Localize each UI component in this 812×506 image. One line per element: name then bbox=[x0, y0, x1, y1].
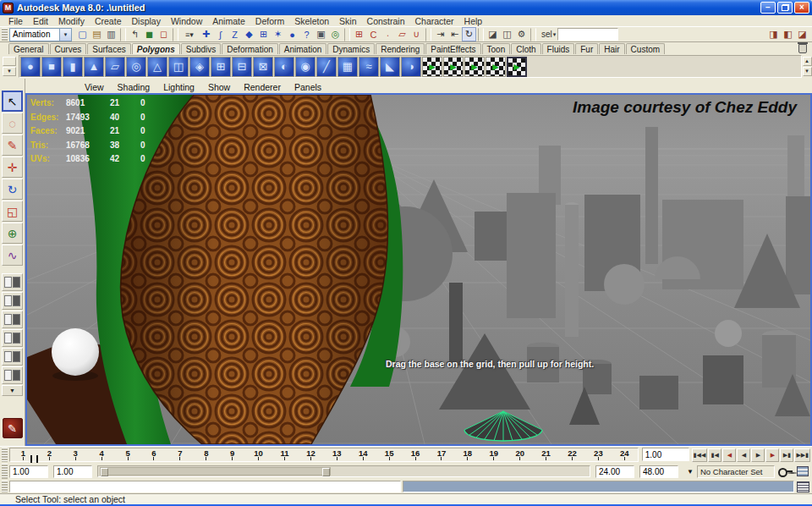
menu-display[interactable]: Display bbox=[126, 16, 165, 26]
frame-2[interactable]: 2 bbox=[36, 448, 63, 461]
universal-manipulator-button[interactable]: ⊕ bbox=[2, 223, 23, 244]
paint-effects-icon[interactable]: ✎ bbox=[3, 418, 23, 438]
frame-10[interactable]: 10 bbox=[245, 448, 272, 461]
frame-18[interactable]: 18 bbox=[454, 448, 480, 461]
cylindrical-mapping-button[interactable]: ▶ bbox=[443, 57, 464, 77]
frame-16[interactable]: 16 bbox=[403, 448, 429, 461]
playback-range-bar[interactable] bbox=[100, 467, 331, 476]
play-backwards-button[interactable]: ◀ bbox=[737, 448, 750, 462]
step-back-one-frame-button[interactable]: ▮◀ bbox=[708, 448, 721, 462]
snap-to-grids-button[interactable]: ⊞ bbox=[352, 27, 366, 41]
poly-pyramid-button[interactable]: △ bbox=[147, 57, 167, 77]
frame-6[interactable]: 6 bbox=[141, 448, 167, 461]
menu-constrain[interactable]: Constrain bbox=[362, 16, 410, 26]
select-by-hierarchy-button[interactable]: ↰ bbox=[128, 27, 142, 41]
menu-file[interactable]: File bbox=[3, 16, 28, 26]
frame-22[interactable]: 22 bbox=[559, 448, 585, 461]
panel-menu-lighting[interactable]: Lighting bbox=[156, 82, 201, 92]
lock-selection-button[interactable]: ▣ bbox=[314, 27, 328, 41]
menu-set-dropdown[interactable]: Animation ▼ bbox=[9, 28, 72, 41]
combine-button[interactable]: ⊞ bbox=[211, 57, 231, 77]
selection-mask-dropdown[interactable]: ≡▾ bbox=[180, 27, 199, 41]
frame-11[interactable]: 11 bbox=[272, 448, 298, 461]
step-forward-one-frame-button[interactable]: ▶▮ bbox=[780, 448, 793, 462]
command-line-grip[interactable] bbox=[2, 481, 8, 492]
select-by-object-button[interactable]: ◼ bbox=[142, 27, 156, 41]
shelf-scroll-down-button[interactable]: ▼ bbox=[803, 67, 812, 76]
frame-8[interactable]: 8 bbox=[193, 448, 219, 461]
frame-ruler[interactable]: 1 2 3 4 5 6 7 8 bbox=[9, 448, 639, 462]
frame-23[interactable]: 23 bbox=[585, 448, 612, 461]
toolbar-grip[interactable] bbox=[2, 28, 8, 41]
spherical-mapping-button[interactable]: ▶ bbox=[464, 57, 485, 77]
command-input[interactable] bbox=[9, 481, 401, 492]
mask-curves-button[interactable]: Z bbox=[228, 27, 242, 41]
frame-15[interactable]: 15 bbox=[376, 448, 403, 461]
divider-3[interactable] bbox=[344, 28, 350, 41]
frame-9[interactable]: 9 bbox=[219, 448, 245, 461]
panel-menu-show[interactable]: Show bbox=[201, 82, 237, 92]
close-button[interactable]: × bbox=[794, 2, 809, 14]
frame-21[interactable]: 21 bbox=[533, 448, 559, 461]
scale-tool-button[interactable]: ◱ bbox=[2, 201, 23, 222]
menu-modify[interactable]: Modify bbox=[53, 16, 90, 26]
construction-history-button[interactable]: ↻ bbox=[462, 27, 476, 41]
poly-cylinder-button[interactable]: ▮ bbox=[63, 57, 83, 77]
menu-skin[interactable]: Skin bbox=[334, 16, 361, 26]
menu-help[interactable]: Help bbox=[459, 16, 488, 26]
frame-5[interactable]: 5 bbox=[115, 448, 141, 461]
subdiv-proxy-button[interactable]: ▦ bbox=[337, 57, 358, 77]
frame-4[interactable]: 4 bbox=[89, 448, 115, 461]
step-back-one-key-button[interactable]: ◀ bbox=[722, 448, 736, 462]
restore-button[interactable] bbox=[777, 2, 793, 14]
playback-end-field[interactable] bbox=[595, 465, 634, 478]
menu-create[interactable]: Create bbox=[90, 16, 127, 26]
menu-window[interactable]: Window bbox=[166, 16, 207, 26]
playback-start-field[interactable] bbox=[53, 465, 92, 478]
planar-mapping-button[interactable]: ▶ bbox=[422, 57, 442, 77]
highlight-selection-button[interactable]: ◎ bbox=[328, 27, 343, 41]
layout-persp-graph-button[interactable] bbox=[2, 329, 23, 347]
panel-menu-renderer[interactable]: Renderer bbox=[237, 82, 288, 92]
minimize-button[interactable]: − bbox=[760, 2, 776, 14]
title-bar[interactable]: M Autodesk Maya 8.0: .\untitled − × bbox=[0, 0, 812, 15]
menu-deform[interactable]: Deform bbox=[250, 16, 289, 26]
shelf-arrow-button[interactable]: ▼ bbox=[3, 67, 16, 76]
divider-1[interactable] bbox=[120, 28, 126, 41]
frame-17[interactable]: 17 bbox=[429, 448, 455, 461]
mask-misc-button[interactable]: ? bbox=[299, 27, 314, 41]
sculpt-geometry-tool-button[interactable]: ≈ bbox=[359, 57, 379, 77]
poly-cube-button[interactable]: ■ bbox=[41, 57, 62, 77]
smooth-button[interactable]: ◉ bbox=[295, 57, 315, 77]
range-slider-grip[interactable] bbox=[2, 464, 8, 479]
poly-cone-button[interactable]: ▲ bbox=[84, 57, 104, 77]
current-time-field[interactable] bbox=[642, 448, 689, 461]
character-set-dropdown-button[interactable]: ▼ bbox=[683, 465, 697, 477]
poly-torus-button[interactable]: ◎ bbox=[126, 57, 146, 77]
frame-19[interactable]: 19 bbox=[480, 448, 507, 461]
frame-14[interactable]: 14 bbox=[350, 448, 376, 461]
make-live-button[interactable]: ∪ bbox=[409, 27, 424, 41]
script-editor-icon[interactable] bbox=[797, 481, 809, 492]
animation-preferences-icon[interactable] bbox=[797, 466, 809, 476]
booleans-button[interactable]: ◐ bbox=[274, 57, 294, 77]
range-start-handle[interactable] bbox=[101, 468, 108, 476]
divider-4[interactable] bbox=[425, 28, 431, 41]
ipr-render-button[interactable]: ◫ bbox=[500, 27, 514, 41]
mirror-geometry-button[interactable]: ◑ bbox=[401, 57, 421, 77]
shelf-menu-button[interactable] bbox=[3, 57, 16, 66]
tool-settings-toggle-button[interactable]: ◧ bbox=[781, 27, 795, 41]
step-forward-one-key-button[interactable]: ▶ bbox=[765, 448, 779, 462]
current-frame-marker[interactable] bbox=[30, 455, 38, 463]
pane-layout-dropdown-button[interactable]: ▼ bbox=[2, 385, 23, 396]
menu-edit[interactable]: Edit bbox=[28, 16, 53, 26]
select-by-component-button[interactable]: ◻ bbox=[156, 27, 171, 41]
panel-menu-panels[interactable]: Panels bbox=[288, 82, 328, 92]
mask-surfaces-button[interactable]: ◆ bbox=[242, 27, 256, 41]
mask-deformers-button[interactable]: ⊞ bbox=[256, 27, 271, 41]
layout-persp-multi-button[interactable] bbox=[2, 366, 23, 384]
auto-keyframe-icon[interactable] bbox=[778, 467, 793, 476]
lasso-select-tool-button[interactable]: ◌ bbox=[2, 113, 23, 134]
chevron-down-icon[interactable]: ▾ bbox=[553, 31, 557, 38]
frame-7[interactable]: 7 bbox=[167, 448, 193, 461]
